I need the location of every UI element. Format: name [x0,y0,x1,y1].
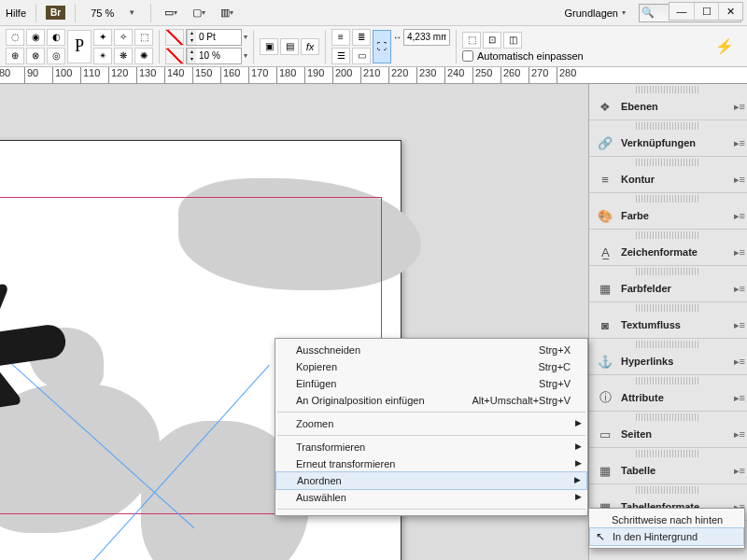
sub-send-to-back[interactable]: ↖ In den Hintergrund [589,527,744,546]
fit-icon[interactable]: ◫ [503,32,522,49]
ctx-transform-again[interactable]: Erneut transformieren▶ [275,455,587,472]
panel-label: Attribute [621,392,664,403]
panel-icon: ▭ [597,427,613,441]
panel-textumfluss[interactable]: ◙Textumfluss▸≡ [589,304,747,339]
arrange-submenu: Schrittweise nach hinten ↖ In den Hinter… [588,508,745,549]
tool-icon[interactable]: ✺ [134,48,153,64]
ctx-select[interactable]: Auswählen▶ [275,489,587,506]
panel-label: Farbe [621,210,649,221]
tool-icon[interactable]: ◉ [26,29,45,46]
align-icon[interactable]: ▭ [352,48,371,64]
panel-menu-icon[interactable]: ▸≡ [734,356,745,368]
panel-label: Seiten [621,428,652,440]
tool-icon[interactable]: ◌ [6,29,24,46]
workspace-switcher[interactable]: Grundlagen▾ [565,7,627,19]
tool-icon[interactable]: ✴ [93,48,112,64]
effects-icon[interactable]: ▤ [280,38,299,55]
panel-menu-icon[interactable]: ▸≡ [734,246,745,259]
panel-label: Textumfluss [621,319,681,330]
tool-icon[interactable]: ⊗ [26,48,45,64]
ctx-arrange[interactable]: Anordnen▶ [275,471,587,490]
panel-label: Ebenen [621,101,658,112]
panel-menu-icon[interactable]: ▸≡ [734,137,745,149]
ctx-copy[interactable]: KopierenStrg+C [275,358,587,375]
panel-icon: ▦ [597,281,613,296]
screen-mode-icon[interactable]: ▢▾ [189,3,209,23]
align-icon[interactable]: ☰ [331,48,350,64]
bridge-button[interactable]: Br [46,6,65,20]
panel-icon: A̲ [597,245,613,259]
panel-label: Zeichenformate [621,246,698,258]
minimize-button[interactable]: — [669,3,694,20]
panel-zeichenformate[interactable]: A̲Zeichenformate▸≡ [589,231,747,266]
panel-hyperlinks[interactable]: ⚓Hyperlinks▸≡ [589,341,747,375]
panel-icon: 🔗 [597,135,613,150]
panel-label: Farbfelder [621,283,671,294]
fit-icon[interactable]: ⊡ [483,32,501,49]
panel-label: Hyperlinks [621,356,673,367]
context-menu: AusschneidenStrg+X KopierenStrg+C Einfüg… [275,338,588,516]
quick-apply-icon[interactable]: ⚡ [715,37,741,55]
panel-menu-icon[interactable]: ▸≡ [734,392,745,404]
panel-menu-icon[interactable]: ▸≡ [734,465,745,477]
panel-label: Verknüpfungen [621,137,696,148]
align-icon[interactable]: ≣ [352,29,371,46]
close-button[interactable]: ✕ [718,3,742,20]
panel-seiten[interactable]: ▭Seiten▸≡ [589,413,747,448]
tool-icon[interactable]: ◎ [47,48,65,64]
width-field[interactable] [403,29,450,46]
panel-menu-icon[interactable]: ▸≡ [734,101,745,113]
right-panel-dock: ❖Ebenen▸≡🔗Verknüpfungen▸≡≡Kontur▸≡🎨Farbe… [588,84,747,560]
fill-swatch[interactable] [165,29,184,46]
fit-icon[interactable]: ⬚ [462,32,481,49]
panel-icon: ▦ [597,463,613,478]
view-options-icon[interactable]: ▭▾ [161,3,181,23]
horizontal-ruler: 8090100110120130140150160170180190200210… [0,67,747,84]
ctx-paste-in-place[interactable]: An Originalposition einfügenAlt+Umschalt… [275,392,587,409]
tool-icon[interactable]: ◐ [47,29,65,46]
panel-farbfelder[interactable]: ▦Farbfelder▸≡ [589,268,747,302]
panel-icon: ⚓ [597,354,613,369]
panel-farbe[interactable]: 🎨Farbe▸≡ [589,195,747,230]
tool-icon[interactable]: ⊕ [6,48,24,64]
panel-menu-icon[interactable]: ▸≡ [734,283,745,295]
sub-send-backward[interactable]: Schrittweise nach hinten [589,511,744,528]
effects-icon[interactable]: ▣ [260,38,278,55]
panel-icon: 🎨 [597,208,613,223]
fx-icon[interactable]: fx [301,38,319,55]
zoom-dropdown[interactable]: 75 %▼ [85,6,141,21]
tool-icon[interactable]: ✧ [114,29,133,46]
panel-label: Kontur [621,174,655,185]
panel-ebenen[interactable]: ❖Ebenen▸≡ [589,86,747,120]
opacity-field[interactable]: ▴▾ [186,48,242,64]
ctx-paste[interactable]: EinfügenStrg+V [275,375,587,392]
stroke-swatch[interactable] [165,48,184,64]
align-icon[interactable]: ≡ [331,29,350,46]
panel-kontur[interactable]: ≡Kontur▸≡ [589,159,747,193]
search-icon: 🔍 [641,7,655,19]
stroke-weight-field[interactable]: ▴▾ [186,29,242,46]
panel-tabelle[interactable]: ▦Tabelle▸≡ [589,450,747,484]
panel-label: Tabelle [621,465,655,476]
tool-icon[interactable]: ⬚ [134,29,153,46]
ctx-transform[interactable]: Transformieren▶ [275,439,587,455]
frame-fit-icon[interactable]: ⛶ [373,30,391,63]
ctx-cut[interactable]: AusschneidenStrg+X [275,342,587,358]
panel-icon: ❖ [597,99,613,114]
panel-attribute[interactable]: ⓘAttribute▸≡ [589,377,747,412]
panel-menu-icon[interactable]: ▸≡ [734,174,745,186]
panel-menu-icon[interactable]: ▸≡ [734,428,745,441]
autofit-label: Automatisch einpassen [477,50,584,62]
tool-icon[interactable]: ✦ [93,29,112,46]
panel-menu-icon[interactable]: ▸≡ [734,210,745,222]
paragraph-icon[interactable]: P [67,30,92,63]
maximize-button[interactable]: ☐ [694,3,718,20]
ctx-zoom[interactable]: Zoomen▶ [275,415,587,432]
panel-menu-icon[interactable]: ▸≡ [734,319,745,331]
help-menu[interactable]: Hilfe [6,7,26,19]
tool-icon[interactable]: ❋ [114,48,133,64]
autofit-checkbox[interactable] [462,50,473,62]
arrange-docs-icon[interactable]: ▥▾ [217,3,237,23]
window-controls: — ☐ ✕ [669,2,743,21]
panel-verknüpfungen[interactable]: 🔗Verknüpfungen▸≡ [589,122,747,157]
